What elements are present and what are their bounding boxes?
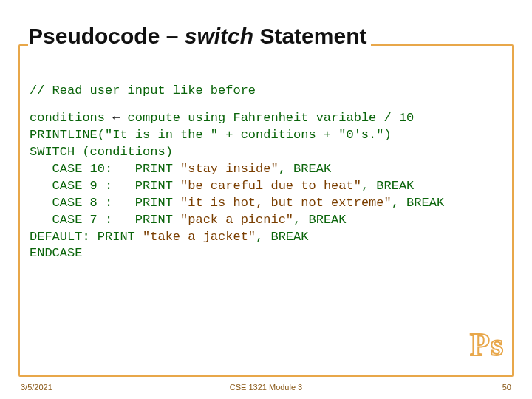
footer-date: 3/5/2021: [21, 383, 52, 392]
slide-title: Pseudocode – switch Statement: [28, 24, 371, 49]
footer-center: CSE 1321 Module 3: [0, 383, 532, 392]
case-10-tail: , BREAK: [279, 162, 331, 176]
default-tail: , BREAK: [256, 230, 308, 244]
pseudocode-block: // Read user input like before condition…: [30, 83, 505, 262]
code-switch: SWITCH (conditions): [30, 144, 505, 161]
code-comment: // Read user input like before: [30, 83, 505, 100]
case-7-tail: , BREAK: [293, 213, 346, 227]
case-7-head: CASE 7 : PRINT: [30, 213, 180, 227]
code-endcase: ENDCASE: [30, 245, 505, 262]
assign-expr: compute using Fahrenheit variable / 10: [120, 111, 414, 125]
title-italic: switch: [185, 24, 253, 48]
code-case-8: CASE 8 : PRINT "it is hot, but not extre…: [30, 195, 505, 212]
code-case-7: CASE 7 : PRINT "pack a picnic", BREAK: [30, 212, 505, 229]
blank-line: [30, 100, 505, 110]
left-arrow-icon: ←: [112, 111, 120, 125]
case-8-tail: , BREAK: [392, 196, 444, 210]
case-8-head: CASE 8 : PRINT: [30, 196, 180, 210]
default-str: "take a jacket": [143, 230, 256, 244]
title-pre: Pseudocode –: [28, 24, 185, 48]
case-10-str: "stay inside": [180, 162, 279, 176]
slide: Pseudocode – switch Statement // Read us…: [0, 0, 532, 399]
code-printline: PRINTLINE("It is in the " + conditions +…: [30, 127, 505, 144]
default-head: DEFAULT: PRINT: [30, 230, 143, 244]
code-case-9: CASE 9 : PRINT "be careful due to heat",…: [30, 178, 505, 195]
case-9-head: CASE 9 : PRINT: [30, 179, 180, 193]
assign-var: conditions: [30, 111, 112, 125]
ps-badge: Ps: [470, 326, 504, 364]
case-9-str: "be careful due to heat": [180, 179, 361, 193]
footer-page: 50: [502, 383, 511, 392]
case-10-head: CASE 10: PRINT: [30, 162, 180, 176]
case-7-str: "pack a picnic": [180, 213, 293, 227]
title-post: Statement: [253, 24, 366, 48]
footer: 3/5/2021 CSE 1321 Module 3 50: [0, 383, 532, 392]
code-default: DEFAULT: PRINT "take a jacket", BREAK: [30, 229, 505, 246]
code-assign: conditions ← compute using Fahrenheit va…: [30, 110, 505, 127]
case-9-tail: , BREAK: [361, 179, 414, 193]
code-case-10: CASE 10: PRINT "stay inside", BREAK: [30, 161, 505, 178]
case-8-str: "it is hot, but not extreme": [180, 196, 392, 210]
